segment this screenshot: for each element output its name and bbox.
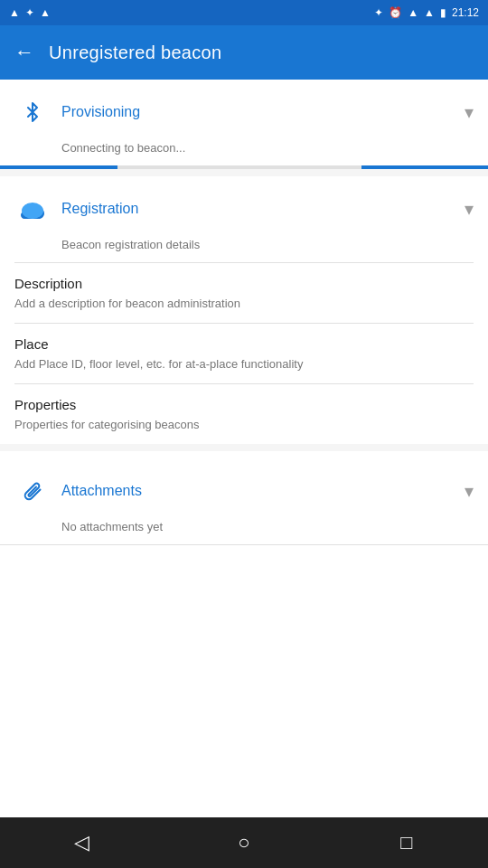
status-bar-right-icons: ✦ ⏰ ▲ ▲ ▮ 21:12	[374, 6, 479, 19]
signal-icon: ▲	[408, 6, 418, 19]
bt-status-icon: ✦	[374, 6, 383, 19]
wifi-status-icon: ▲	[424, 6, 435, 19]
status-bar-left-icons: ▲ ✦ ▲	[9, 6, 51, 19]
progress-bar	[0, 165, 488, 169]
provisioning-title: Provisioning	[61, 104, 465, 120]
bluetooth-status-icon: ✦	[25, 6, 34, 19]
description-title: Description	[14, 276, 474, 291]
battery-icon: ▮	[440, 6, 446, 19]
attachments-header[interactable]: Attachments ▾	[0, 458, 488, 520]
registration-subtitle: Beacon registration details	[0, 238, 488, 262]
properties-title: Properties	[14, 397, 474, 412]
attachments-divider	[0, 444, 488, 451]
nav-recents-button[interactable]: □	[380, 825, 434, 861]
time-display: 21:12	[452, 6, 479, 19]
page-title: Unregistered beacon	[49, 42, 221, 63]
registration-section: Registration ▾ Beacon registration detai…	[0, 176, 488, 444]
back-button[interactable]: ←	[14, 41, 34, 64]
provisioning-subtitle: Connecting to beacon...	[0, 141, 488, 165]
nav-home-button[interactable]: ○	[217, 825, 271, 861]
attachments-bottom-divider	[0, 544, 488, 545]
alarm-icon: ⏰	[389, 6, 402, 19]
section-divider	[0, 169, 488, 176]
svg-point-0	[22, 203, 43, 219]
place-item[interactable]: Place Add Place ID, floor level, etc. fo…	[0, 324, 488, 383]
attachments-section: Attachments ▾ No attachments yet	[0, 458, 488, 545]
description-text: Add a description for beacon administrat…	[14, 297, 474, 310]
place-title: Place	[14, 336, 474, 352]
progress-segment-1	[0, 165, 117, 169]
attachments-title: Attachments	[61, 483, 465, 499]
registration-title: Registration	[61, 201, 465, 217]
registration-header[interactable]: Registration ▾	[0, 176, 488, 238]
progress-segment-3	[361, 165, 488, 169]
properties-item[interactable]: Properties Properties for categorising b…	[0, 384, 488, 444]
paperclip-icon	[14, 473, 51, 509]
status-bar: ▲ ✦ ▲ ✦ ⏰ ▲ ▲ ▮ 21:12	[0, 0, 488, 25]
properties-text: Properties for categorising beacons	[14, 418, 474, 431]
progress-segment-2	[117, 165, 361, 169]
cloud-icon	[14, 191, 51, 227]
content-area: Provisioning ▾ Connecting to beacon...	[0, 80, 488, 545]
provisioning-header[interactable]: Provisioning ▾	[0, 80, 488, 141]
notification-icon: ▲	[9, 6, 20, 19]
description-item[interactable]: Description Add a description for beacon…	[0, 263, 488, 323]
bluetooth-icon	[14, 94, 51, 130]
attachments-subtitle: No attachments yet	[0, 520, 488, 544]
bottom-nav: ◁ ○ □	[0, 817, 488, 868]
registration-chevron: ▾	[465, 198, 474, 220]
provisioning-chevron: ▾	[465, 101, 474, 123]
attachments-chevron: ▾	[465, 480, 474, 502]
provisioning-section: Provisioning ▾ Connecting to beacon...	[0, 80, 488, 169]
place-text: Add Place ID, floor level, etc. for at-a…	[14, 357, 474, 371]
nav-back-button[interactable]: ◁	[54, 825, 108, 861]
drive-icon: ▲	[40, 6, 51, 19]
app-bar: ← Unregistered beacon	[0, 25, 488, 80]
